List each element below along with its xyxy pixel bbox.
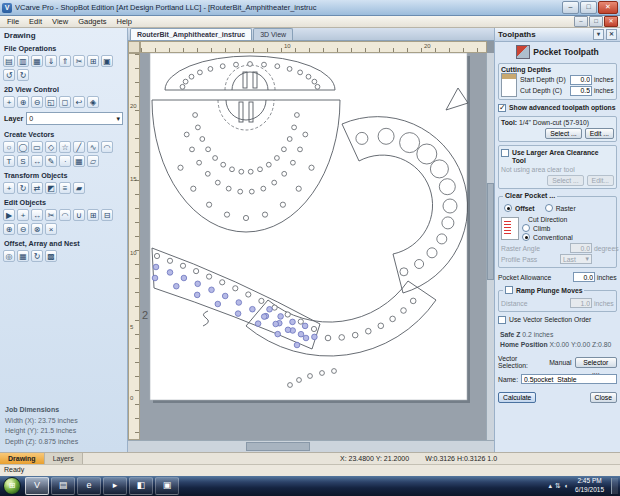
maximize-button[interactable]: □ xyxy=(580,1,597,14)
horizontal-scrollbar-thumb[interactable] xyxy=(246,442,310,451)
tray-volume-icon[interactable]: ◖ xyxy=(564,482,568,490)
seat-circle[interactable] xyxy=(215,180,220,185)
seat-circle[interactable] xyxy=(430,160,448,178)
tray-network-icon[interactable]: ⇅ xyxy=(555,482,561,490)
draw-point-icon[interactable]: ∙ xyxy=(59,155,71,167)
ramp-checkbox[interactable] xyxy=(505,286,513,294)
import-vectors-icon[interactable]: ⇓ xyxy=(45,55,57,67)
seat-circle[interactable] xyxy=(298,70,303,75)
calculate-button[interactable]: Calculate xyxy=(498,392,536,403)
seat-circle[interactable] xyxy=(198,70,203,75)
seat-circle[interactable] xyxy=(356,132,368,144)
draw-polyline-icon[interactable]: ∿ xyxy=(87,141,99,153)
tool-select-button[interactable]: Select ... xyxy=(545,128,581,139)
seat-circle[interactable] xyxy=(315,84,320,89)
cut-icon[interactable]: ✂ xyxy=(73,55,85,67)
seat-circle[interactable] xyxy=(205,171,210,176)
new-file-icon[interactable]: ▤ xyxy=(3,55,15,67)
seat-circle-filled[interactable] xyxy=(222,293,228,299)
show-desktop-button[interactable] xyxy=(611,478,618,494)
snap-toggle-icon[interactable]: ◈ xyxy=(87,96,99,108)
draw-circle-icon[interactable]: ○ xyxy=(3,141,15,153)
drawing-view[interactable]: 2 xyxy=(140,53,487,440)
seat-circle[interactable] xyxy=(207,274,212,279)
seat-circle[interactable] xyxy=(206,147,211,152)
doc-tab-0[interactable]: RouterBit_Amphitheater_instruc xyxy=(130,28,252,40)
seat-circle[interactable] xyxy=(213,156,218,161)
seat-circle[interactable] xyxy=(401,308,407,314)
seat-circle[interactable] xyxy=(197,160,202,165)
seat-circle[interactable] xyxy=(437,234,447,244)
group-icon[interactable]: ⊞ xyxy=(87,209,99,221)
horizontal-scrollbar[interactable] xyxy=(128,440,494,452)
taskbar-browser-icon[interactable]: e xyxy=(77,477,101,495)
seat-circle-filled[interactable] xyxy=(167,270,173,276)
draw-scurve-icon[interactable]: S xyxy=(17,155,29,167)
seat-circle[interactable] xyxy=(208,67,213,72)
start-button[interactable]: ⊞ xyxy=(3,477,21,495)
move-icon[interactable]: + xyxy=(3,182,15,194)
doc-tab-1[interactable]: 3D View xyxy=(253,28,293,40)
seat-circle[interactable] xyxy=(190,147,195,152)
area-clearance-checkbox[interactable] xyxy=(501,149,509,157)
cut-depth-input[interactable] xyxy=(570,86,592,96)
seat-circle-filled[interactable] xyxy=(298,331,304,337)
pocket-allowance-input[interactable] xyxy=(573,272,595,282)
node-edit-icon[interactable]: + xyxy=(17,209,29,221)
freehand-icon[interactable]: ✎ xyxy=(45,155,57,167)
menu-gadgets[interactable]: Gadgets xyxy=(73,17,111,26)
seat-circle-filled[interactable] xyxy=(255,321,261,327)
seat-circle[interactable] xyxy=(239,169,244,174)
seat-circle-filled[interactable] xyxy=(312,334,318,340)
seat-circle-filled[interactable] xyxy=(209,287,215,293)
minimize-button[interactable]: – xyxy=(562,1,579,14)
area-select-button[interactable]: Select ... xyxy=(547,175,583,186)
subtract-icon[interactable]: ⊖ xyxy=(17,223,29,235)
seat-circle[interactable] xyxy=(180,84,185,89)
seat-circle[interactable] xyxy=(167,258,172,263)
selector-button[interactable]: Selector .... xyxy=(575,357,618,368)
taskbar-app6-icon[interactable]: ▣ xyxy=(155,477,179,495)
child-close-button[interactable]: ✕ xyxy=(604,16,618,27)
zoom-extents-icon[interactable]: ◻ xyxy=(59,96,71,108)
pin-icon[interactable]: ▾ xyxy=(593,29,604,40)
seat-circle[interactable] xyxy=(291,160,296,165)
rotate-array-icon[interactable]: ↻ xyxy=(31,250,43,262)
pan-icon[interactable]: + xyxy=(3,96,15,108)
redo-icon[interactable]: ↻ xyxy=(17,69,29,81)
panel-close-icon[interactable]: ✕ xyxy=(606,29,617,40)
seat-circle[interactable] xyxy=(266,162,271,167)
seat-circle-filled[interactable] xyxy=(236,300,242,306)
seat-circle-filled[interactable] xyxy=(153,264,159,270)
seat-circle-filled[interactable] xyxy=(195,281,201,287)
paste-icon[interactable]: ▣ xyxy=(101,55,113,67)
layer-dropdown[interactable]: 0 ▾ xyxy=(26,112,123,125)
seat-circle[interactable] xyxy=(200,137,205,142)
vector-order-checkbox[interactable] xyxy=(498,316,506,324)
seat-circle[interactable] xyxy=(233,286,238,291)
join-icon[interactable]: ∪ xyxy=(73,209,85,221)
seat-circle[interactable] xyxy=(439,179,455,195)
seat-circle[interactable] xyxy=(243,215,248,220)
nest-icon[interactable]: ▩ xyxy=(45,250,57,262)
seat-circle-filled[interactable] xyxy=(174,283,180,289)
offset-icon[interactable]: ◎ xyxy=(3,250,15,262)
seat-circle[interactable] xyxy=(332,369,337,374)
seat-circle[interactable] xyxy=(275,64,280,69)
seat-circle[interactable] xyxy=(378,128,394,144)
seat-circle-filled[interactable] xyxy=(278,314,284,320)
seat-circle[interactable] xyxy=(154,253,159,258)
rotate-icon[interactable]: ↻ xyxy=(17,182,29,194)
seat-circle-filled[interactable] xyxy=(181,275,187,281)
export-vectors-icon[interactable]: ⇑ xyxy=(59,55,71,67)
taskbar-explorer-icon[interactable]: ▤ xyxy=(51,477,75,495)
ramp-distance-input[interactable] xyxy=(570,298,592,308)
seat-circle-filled[interactable] xyxy=(273,321,279,327)
seat-circle[interactable] xyxy=(183,79,188,84)
draw-rectangle-icon[interactable]: ▭ xyxy=(31,141,43,153)
seat-circle[interactable] xyxy=(272,180,277,185)
seat-circle[interactable] xyxy=(309,165,314,170)
seat-circle-filled[interactable] xyxy=(285,327,291,333)
open-file-icon[interactable]: ▥ xyxy=(17,55,29,67)
name-input[interactable] xyxy=(521,374,617,384)
